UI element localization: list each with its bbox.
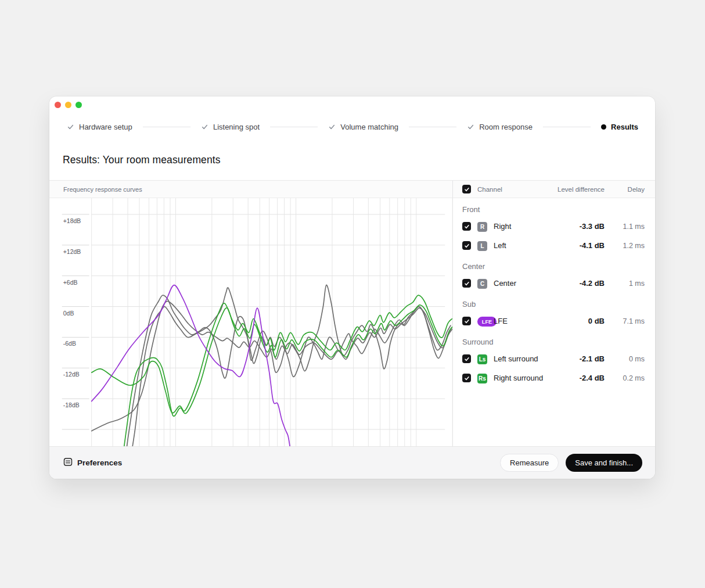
channel-row-lfe[interactable]: LFE LFE 0 dB 7.1 ms: [462, 311, 645, 331]
column-header-level-difference: Level difference: [549, 186, 605, 193]
chart-panel-title: Frequency response curves: [49, 186, 142, 193]
check-icon: [328, 123, 336, 131]
group-label-front: Front: [462, 202, 645, 217]
channel-label: Right surround: [494, 374, 559, 382]
delay-value: 7.1 ms: [605, 317, 645, 325]
channel-row-left[interactable]: L Left -4.1 dB 1.2 ms: [462, 236, 645, 255]
curve-lfe: [92, 285, 290, 446]
check-icon: [201, 123, 208, 131]
footer-bar: Preferences Remeasure Save and finish...: [49, 446, 655, 479]
channel-badge: R: [477, 222, 487, 232]
frequency-response-chart: +18dB+12dB+6dB0dB-6dB-12dB-18dB: [49, 198, 453, 446]
channel-row-left-surround[interactable]: Ls Left surround -2.1 dB 0 ms: [462, 349, 645, 368]
channel-label: Left surround: [494, 354, 559, 363]
zoom-button[interactable]: [75, 102, 82, 108]
channel-checkbox[interactable]: [462, 317, 471, 325]
channel-badge: Ls: [477, 354, 487, 364]
step-connector: [143, 127, 190, 127]
group-label-sub: Sub: [462, 296, 645, 311]
chart-panel: Frequency response curves +18dB+12dB+6dB…: [49, 181, 453, 446]
check-icon: [67, 123, 74, 131]
column-header-channel: Channel: [477, 186, 549, 193]
channel-badge: Rs: [477, 374, 487, 383]
channel-checkbox[interactable]: [462, 222, 471, 231]
db-tick-label: 0dB: [63, 310, 74, 317]
delay-value: 1 ms: [605, 279, 645, 288]
select-all-checkbox[interactable]: [462, 185, 471, 193]
minimize-button[interactable]: [65, 102, 71, 108]
page-title: Results: Your room measurements: [63, 154, 221, 166]
step-label: Listening spot: [213, 123, 260, 131]
channel-badge: L: [477, 241, 487, 251]
group-label-surround: Surround: [462, 334, 645, 349]
step-label: Hardware setup: [79, 123, 132, 131]
channel-checkbox[interactable]: [462, 241, 471, 250]
column-header-delay: Delay: [605, 186, 645, 193]
level-difference-value: -4.2 dB: [559, 279, 605, 288]
db-tick-label: -18dB: [63, 402, 80, 408]
delay-value: 0 ms: [605, 355, 645, 363]
step-label: Volume matching: [340, 123, 398, 131]
step-label: Room response: [479, 123, 533, 131]
step-room-response[interactable]: Room response: [467, 123, 533, 131]
level-difference-value: -2.1 dB: [559, 354, 605, 363]
channel-row-center[interactable]: C Center -4.2 dB 1 ms: [462, 274, 645, 293]
db-tick-label: +12dB: [63, 249, 81, 255]
level-difference-value: 0 dB: [559, 317, 605, 325]
curve-left: [125, 285, 451, 446]
channel-label: Right: [494, 222, 559, 231]
channels-list: Front R Right -3.3 dB 1.1 ms L Left -4.1…: [453, 198, 655, 388]
channels-panel-header: Channel Level difference Delay: [453, 181, 655, 198]
check-icon: [467, 123, 474, 131]
channel-row-right[interactable]: R Right -3.3 dB 1.1 ms: [462, 217, 645, 236]
step-connector: [543, 127, 591, 127]
step-label: Results: [611, 123, 638, 131]
remeasure-button[interactable]: Remeasure: [500, 454, 559, 472]
db-tick-label: -6dB: [63, 340, 76, 347]
step-hardware-setup[interactable]: Hardware setup: [67, 123, 132, 131]
window-controls: [55, 102, 82, 108]
save-and-finish-button[interactable]: Save and finish...: [566, 454, 642, 472]
current-step-dot-icon: [601, 124, 606, 130]
channel-badge: C: [477, 279, 487, 289]
db-tick-label: -12dB: [63, 371, 80, 378]
step-listening-spot[interactable]: Listening spot: [201, 123, 260, 131]
chart-panel-header: Frequency response curves: [49, 181, 452, 198]
preferences-label: Preferences: [77, 458, 122, 467]
channel-label: Center: [494, 279, 559, 288]
level-difference-value: -2.4 dB: [559, 374, 605, 382]
curve-right-surround: [123, 305, 452, 446]
wizard-stepper: Hardware setup Listening spot Volume mat…: [67, 121, 638, 132]
app-window: Hardware setup Listening spot Volume mat…: [49, 96, 655, 479]
step-connector: [270, 127, 318, 127]
channel-checkbox[interactable]: [462, 374, 471, 382]
step-volume-matching[interactable]: Volume matching: [328, 123, 398, 131]
channel-label: Left: [494, 241, 559, 250]
channel-checkbox[interactable]: [462, 279, 471, 288]
close-button[interactable]: [55, 102, 61, 108]
channel-row-right-surround[interactable]: Rs Right surround -2.4 dB 0.2 ms: [462, 368, 645, 388]
delay-value: 0.2 ms: [605, 374, 645, 382]
level-difference-value: -4.1 dB: [559, 241, 605, 250]
group-label-center: Center: [462, 259, 645, 274]
db-tick-label: +6dB: [63, 279, 78, 286]
channel-label: LFE: [494, 317, 559, 325]
preferences-button[interactable]: Preferences: [63, 457, 122, 468]
channels-panel: Channel Level difference Delay Front R R…: [453, 181, 655, 446]
main-content: Frequency response curves +18dB+12dB+6dB…: [49, 180, 655, 446]
preferences-icon: [63, 457, 73, 468]
channel-checkbox[interactable]: [462, 354, 471, 363]
step-connector: [409, 127, 456, 127]
level-difference-value: -3.3 dB: [559, 222, 605, 231]
delay-value: 1.1 ms: [605, 223, 645, 231]
db-tick-label: +18dB: [63, 218, 81, 224]
delay-value: 1.2 ms: [605, 242, 645, 250]
step-results[interactable]: Results: [601, 123, 638, 131]
